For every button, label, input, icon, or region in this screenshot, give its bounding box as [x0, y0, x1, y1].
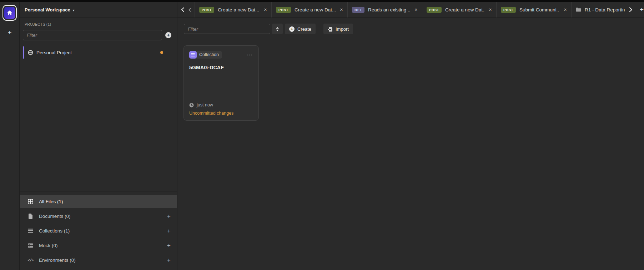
clock-icon	[189, 103, 194, 108]
grid-icon	[27, 199, 34, 204]
globe-icon	[28, 50, 33, 55]
import-button-label: Import	[336, 26, 349, 32]
sidebar: Personal Workspace ▾ PROJECTS (1) + Pers…	[20, 2, 177, 270]
projects-section: PROJECTS (1) + Personal Project	[20, 18, 177, 59]
projects-filter-row: +	[23, 30, 171, 40]
method-badge: POST	[501, 7, 516, 13]
create-button[interactable]: + Create	[285, 24, 316, 34]
sidebar-item-collections[interactable]: Collections (1) +	[20, 224, 177, 237]
method-badge: GET	[352, 7, 364, 13]
add-document-button[interactable]: +	[167, 213, 171, 219]
sidebar-nav: All Files (1) Documents (0) + Collection…	[20, 195, 177, 270]
main-toolbar: + Create Import	[184, 24, 353, 34]
tab-folder-r1-data-reporting[interactable]: R1 - Data Reportin	[571, 2, 625, 18]
tab-title: Create a new Dat...	[445, 7, 484, 12]
card-type-label: Collection	[197, 51, 222, 59]
add-environment-button[interactable]: +	[167, 257, 171, 263]
tab-request-3[interactable]: GET Reads an existing ... ✕	[347, 2, 422, 18]
import-icon	[328, 26, 333, 32]
card-spacer	[189, 70, 253, 102]
sidebar-divider	[20, 191, 177, 191]
sort-button[interactable]	[272, 24, 283, 34]
sidebar-item-label: Mock (0)	[39, 243, 58, 248]
sidebar-item-environments[interactable]: </> Environments (0) +	[20, 254, 177, 266]
create-button-label: Create	[297, 26, 311, 32]
tab-request-5[interactable]: POST Submit Communi... ✕	[496, 2, 571, 18]
chevron-left-icon[interactable]	[188, 8, 191, 12]
method-badge: POST	[427, 7, 442, 13]
card-type-chip: Collection	[189, 51, 222, 59]
close-icon[interactable]: ✕	[489, 8, 492, 12]
files-filter-input[interactable]	[184, 24, 270, 34]
tab-title: Reads an existing ...	[368, 7, 410, 12]
card-updated-text: just now	[197, 102, 213, 108]
sidebar-item-label: Collections (1)	[39, 228, 70, 234]
home-workspace-button[interactable]	[2, 5, 17, 21]
project-name: Personal Project	[36, 50, 72, 55]
tab-title: Create a new Dat...	[295, 7, 336, 12]
close-icon[interactable]: ✕	[414, 8, 418, 12]
sidebar-item-label: Environments (0)	[39, 258, 76, 263]
tab-title: Submit Communi...	[519, 7, 559, 12]
card-header: Collection ⋯	[189, 51, 253, 59]
server-icon	[27, 243, 34, 248]
circle-plus-icon: +	[289, 26, 295, 32]
add-project-button[interactable]: +	[165, 32, 171, 38]
collection-card[interactable]: Collection ⋯ 5GMAG-DCAF just now Uncommi…	[183, 45, 259, 121]
sidebar-item-personal-project[interactable]: Personal Project	[23, 46, 171, 59]
add-mock-button[interactable]: +	[167, 242, 171, 249]
sidebar-item-documents[interactable]: Documents (0) +	[20, 210, 177, 222]
tab-request-4[interactable]: POST Create a new Dat... ✕	[422, 2, 496, 18]
method-badge: POST	[276, 7, 291, 13]
workspace-switcher[interactable]: Personal Workspace ▾	[20, 2, 177, 18]
projects-filter-input[interactable]	[23, 30, 162, 40]
sidebar-item-label: All Files (1)	[39, 199, 63, 204]
tab-bar: POST Create a new Dat... ✕ POST Create a…	[177, 2, 644, 18]
tab-history-controls	[177, 2, 195, 18]
list-icon	[27, 229, 34, 233]
card-updated-row: just now	[189, 102, 253, 108]
sidebar-item-all-files[interactable]: All Files (1)	[20, 195, 177, 208]
tab-title: Create a new Dat...	[218, 7, 260, 12]
sidebar-item-label: Documents (0)	[39, 214, 71, 219]
projects-heading: PROJECTS (1)	[25, 22, 171, 26]
home-icon	[6, 10, 13, 16]
unsaved-changes-dot	[160, 51, 163, 54]
collection-icon	[189, 51, 197, 59]
chevron-down-icon: ▾	[73, 8, 75, 12]
document-icon	[27, 214, 34, 219]
tab-title: R1 - Data Reportin	[585, 7, 625, 12]
tab-request-1[interactable]: POST Create a new Dat... ✕	[195, 2, 271, 18]
uncommitted-changes-status: Uncommitted changes	[189, 111, 253, 116]
card-title: 5GMAG-DCAF	[189, 65, 253, 70]
tab-request-2[interactable]: POST Create a new Dat... ✕	[271, 2, 347, 18]
new-tab-button[interactable]: +	[637, 2, 644, 18]
method-badge: POST	[199, 7, 214, 13]
workspace-rail: +	[0, 2, 20, 270]
sidebar-spacer	[20, 59, 177, 191]
folder-icon	[576, 8, 581, 12]
close-icon[interactable]: ✕	[340, 8, 343, 12]
add-collection-button[interactable]: +	[167, 228, 171, 234]
close-icon[interactable]: ✕	[264, 8, 267, 12]
tab-scroll-right-button[interactable]	[625, 2, 637, 18]
main-content: + Create Import Collection	[177, 18, 644, 270]
import-button[interactable]: Import	[323, 24, 353, 34]
workspace-name: Personal Workspace	[25, 7, 70, 12]
add-workspace-button[interactable]: +	[4, 29, 15, 36]
sort-icon	[276, 27, 279, 31]
home-button-surface	[4, 7, 15, 19]
sidebar-item-mock[interactable]: Mock (0) +	[20, 239, 177, 252]
chevron-right-icon	[629, 7, 633, 12]
close-icon[interactable]: ✕	[564, 8, 567, 12]
history-back-button[interactable]	[181, 7, 185, 12]
card-menu-button[interactable]: ⋯	[247, 52, 253, 58]
code-icon: </>	[27, 258, 34, 262]
